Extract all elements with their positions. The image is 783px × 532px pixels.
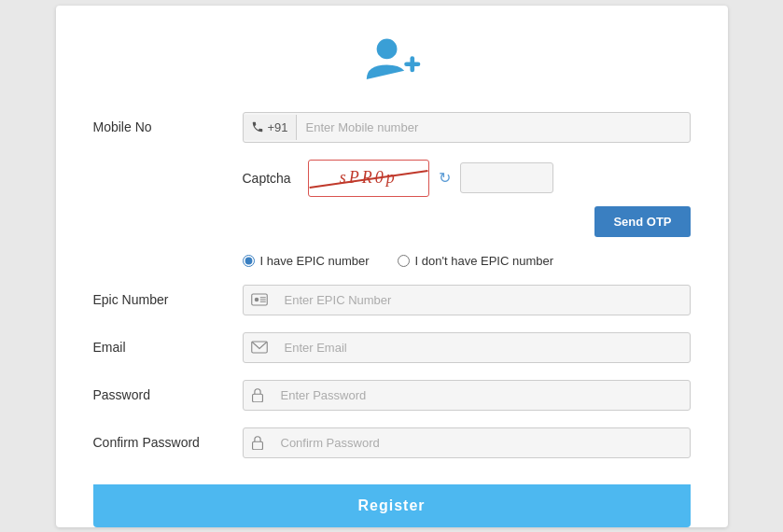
refresh-icon[interactable]: ↻: [439, 169, 451, 187]
send-otp-row: Send OTP: [93, 206, 691, 237]
email-input-group: [243, 332, 691, 363]
radio-have-epic-label: I have EPIC number: [260, 254, 370, 268]
confirm-password-input[interactable]: [272, 428, 690, 457]
epic-field: [243, 285, 691, 315]
password-input-group: [243, 380, 691, 411]
password-field: [243, 380, 691, 411]
svg-rect-2: [410, 56, 414, 72]
lock-icon-svg: [251, 387, 264, 402]
user-add-icon: [359, 34, 425, 90]
mobile-label: Mobile No: [93, 119, 243, 134]
radio-no-epic-label: I don't have EPIC number: [415, 254, 553, 268]
email-icon-svg: [251, 341, 268, 354]
form-container: Mobile No +91 Captcha sPR0p ↻ Send OTP: [56, 6, 728, 527]
confirm-lock-icon: [244, 429, 272, 455]
confirm-password-input-group: [243, 427, 691, 458]
confirm-password-row: Confirm Password: [93, 427, 691, 458]
epic-input-group: [243, 285, 691, 315]
radio-have-epic[interactable]: I have EPIC number: [243, 254, 370, 268]
password-row: Password: [93, 380, 691, 411]
email-row: Email: [93, 332, 691, 363]
epic-row: Epic Number: [93, 285, 691, 315]
password-input[interactable]: [272, 381, 690, 410]
svg-point-4: [254, 298, 259, 302]
mobile-row: Mobile No +91: [93, 112, 691, 143]
confirm-lock-icon-svg: [251, 435, 264, 450]
radio-no-epic-input[interactable]: [398, 255, 410, 267]
country-code: +91: [268, 120, 288, 134]
captcha-label: Captcha: [243, 171, 291, 186]
mobile-input-group: +91: [243, 112, 691, 143]
svg-rect-9: [252, 394, 262, 402]
email-field: [243, 332, 691, 363]
captcha-text: sPR0p: [340, 168, 398, 188]
svg-rect-10: [252, 441, 262, 450]
email-input[interactable]: [275, 333, 690, 362]
id-icon-svg: [251, 293, 268, 306]
id-card-icon: [244, 287, 275, 312]
captcha-input[interactable]: [460, 162, 553, 193]
captcha-image: sPR0p: [308, 160, 429, 197]
phone-icon: [251, 120, 264, 133]
password-label: Password: [93, 387, 243, 402]
mobile-field: +91: [243, 112, 691, 143]
header-icon-area: [93, 34, 691, 90]
lock-icon: [244, 382, 272, 408]
confirm-password-field: [243, 427, 691, 458]
epic-label: Epic Number: [93, 292, 243, 307]
send-otp-button[interactable]: Send OTP: [594, 206, 690, 237]
email-label: Email: [93, 340, 243, 355]
mobile-input[interactable]: [297, 113, 690, 142]
epic-input[interactable]: [275, 286, 690, 315]
svg-point-0: [376, 38, 397, 59]
email-icon: [244, 335, 275, 359]
captcha-row: Captcha sPR0p ↻: [93, 160, 691, 197]
confirm-password-label: Confirm Password: [93, 435, 243, 450]
radio-row: I have EPIC number I don't have EPIC num…: [93, 254, 691, 268]
phone-prefix: +91: [244, 115, 297, 140]
radio-no-epic[interactable]: I don't have EPIC number: [398, 254, 553, 268]
register-button[interactable]: Register: [93, 484, 691, 527]
radio-have-epic-input[interactable]: [243, 255, 255, 267]
